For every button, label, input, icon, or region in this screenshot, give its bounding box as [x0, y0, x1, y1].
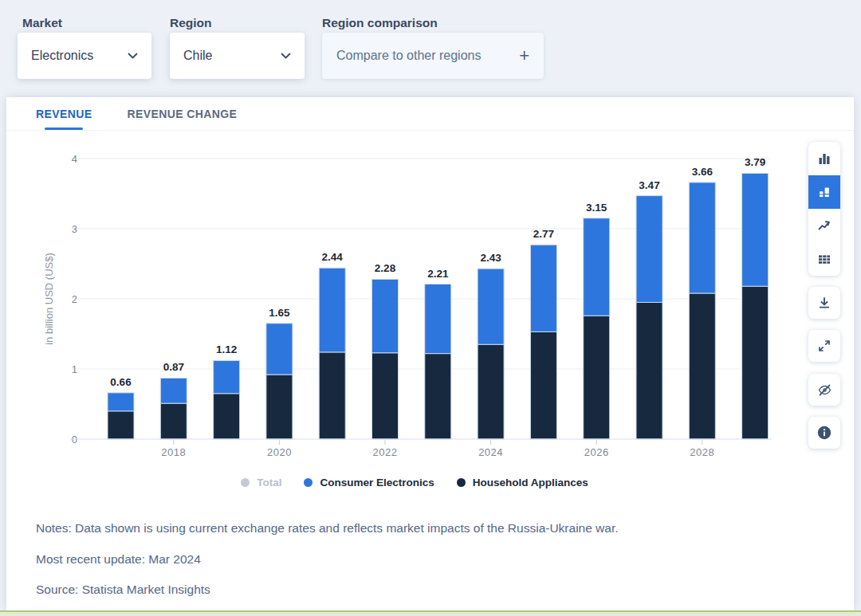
region-dropdown[interactable]: Chile: [170, 33, 305, 79]
legend-dot-total: [241, 478, 250, 487]
bar-total-label: 2.21: [427, 268, 449, 280]
tab-bar: REVENUE REVENUE CHANGE: [6, 97, 854, 131]
x-tick-label: 2024: [478, 446, 503, 458]
update-text: Most recent update: Mar 2024: [36, 552, 201, 567]
chevron-down-icon: [128, 49, 138, 63]
bar-total-label: 2.43: [480, 252, 501, 264]
plus-icon: +: [519, 47, 529, 65]
stacked-bar-chart-icon[interactable]: [808, 175, 840, 209]
bar-segment-consumer-electronics[interactable]: [742, 173, 769, 286]
region-dropdown-value: Chile: [183, 49, 212, 63]
bar-segment-household-appliances[interactable]: [584, 316, 610, 439]
bar-total-label: 1.65: [269, 307, 290, 319]
bar-segment-consumer-electronics[interactable]: [530, 245, 556, 332]
tab-revenue[interactable]: REVENUE: [36, 97, 92, 130]
market-filter-label: Market: [22, 16, 62, 30]
bar-total-label: 3.66: [692, 166, 714, 178]
page-bottom-edge: [0, 610, 861, 616]
fullscreen-button[interactable]: [808, 330, 840, 362]
bar-segment-consumer-electronics[interactable]: [214, 360, 240, 393]
market-insights-page: Market Region Region comparison Electron…: [0, 0, 861, 616]
bar-total-label: 3.15: [586, 202, 607, 214]
bar-segment-consumer-electronics[interactable]: [425, 284, 451, 354]
y-tick-label: 1: [72, 363, 77, 375]
bar-segment-household-appliances[interactable]: [372, 353, 399, 439]
source-text: Source: Statista Market Insights: [36, 583, 210, 597]
legend-item-total[interactable]: Total: [241, 477, 281, 488]
download-icon: [817, 296, 832, 310]
y-tick-label: 4: [72, 153, 77, 165]
bar-segment-household-appliances[interactable]: [742, 286, 769, 439]
bar-segment-household-appliances[interactable]: [425, 354, 451, 439]
bar-segment-consumer-electronics[interactable]: [584, 218, 610, 316]
bar-segment-consumer-electronics[interactable]: [160, 378, 187, 403]
bar-segment-household-appliances[interactable]: [636, 302, 662, 439]
download-button[interactable]: [808, 287, 840, 319]
chevron-down-icon: [281, 49, 291, 63]
x-tick-label: 2026: [584, 446, 609, 458]
bar-segment-household-appliances[interactable]: [160, 403, 187, 439]
bar-total-label: 2.44: [322, 251, 344, 263]
hide-labels-button[interactable]: [808, 374, 840, 406]
y-tick-label: 3: [72, 223, 77, 235]
x-tick-label: 2028: [690, 446, 714, 458]
table-icon[interactable]: [808, 242, 840, 276]
y-axis-title: in billion USD (US$): [43, 253, 55, 345]
bar-segment-household-appliances[interactable]: [266, 375, 293, 439]
tab-revenue-change[interactable]: REVENUE CHANGE: [127, 97, 237, 130]
y-tick-label: 2: [72, 293, 77, 305]
bar-segment-household-appliances[interactable]: [319, 352, 345, 439]
bar-chart-icon[interactable]: [808, 142, 840, 175]
legend-dot-household-appliances: [457, 478, 466, 487]
line-chart-icon[interactable]: [808, 209, 840, 242]
bar-segment-consumer-electronics[interactable]: [689, 182, 715, 293]
legend-item-consumer-electronics[interactable]: Consumer Electronics: [304, 477, 434, 488]
legend-dot-consumer-electronics: [304, 478, 313, 487]
fullscreen-icon: [817, 339, 832, 353]
x-tick-label: 2022: [373, 446, 398, 458]
bar-segment-household-appliances[interactable]: [214, 394, 240, 439]
legend-label: Total: [257, 477, 281, 488]
compare-regions-button-label: Compare to other regions: [336, 49, 481, 63]
compare-regions-button[interactable]: Compare to other regions +: [322, 33, 544, 79]
bar-total-label: 2.77: [533, 228, 554, 240]
market-dropdown[interactable]: Electronics: [18, 33, 151, 79]
bar-segment-household-appliances[interactable]: [689, 293, 715, 439]
x-tick-label: 2020: [267, 446, 292, 458]
bar-total-label: 3.47: [639, 179, 659, 191]
bar-segment-consumer-electronics[interactable]: [108, 393, 134, 411]
notes-text: Notes: Data shown is using current excha…: [36, 521, 619, 536]
stacked-bar-chart: 01234in billion USD (US$)0.660.871.121.6…: [0, 135, 805, 464]
bar-segment-consumer-electronics[interactable]: [636, 196, 662, 303]
bar-total-label: 1.12: [216, 343, 237, 355]
eye-off-icon: [817, 383, 832, 398]
bar-segment-household-appliances[interactable]: [478, 344, 504, 439]
market-dropdown-value: Electronics: [31, 49, 93, 63]
bar-segment-consumer-electronics[interactable]: [319, 268, 345, 352]
chart-legend: Total Consumer Electronics Household App…: [12, 474, 817, 490]
info-icon: [816, 425, 832, 441]
bar-segment-consumer-electronics[interactable]: [266, 324, 293, 375]
bar-total-label: 3.79: [745, 156, 765, 168]
chart-type-switcher: [808, 142, 840, 276]
legend-label: Household Appliances: [473, 477, 588, 488]
bar-segment-household-appliances[interactable]: [108, 411, 134, 439]
x-tick-label: 2018: [161, 446, 186, 458]
info-button[interactable]: [808, 417, 840, 449]
bar-total-label: 0.87: [163, 361, 184, 373]
bar-total-label: 2.28: [375, 262, 396, 274]
region-filter-label: Region: [170, 16, 212, 30]
bar-segment-consumer-electronics[interactable]: [372, 279, 399, 352]
bar-segment-consumer-electronics[interactable]: [478, 269, 504, 344]
legend-label: Consumer Electronics: [320, 477, 434, 488]
bar-total-label: 0.66: [110, 376, 132, 388]
legend-item-household-appliances[interactable]: Household Appliances: [457, 477, 588, 488]
region-comparison-label: Region comparison: [322, 16, 438, 30]
bar-segment-household-appliances[interactable]: [530, 332, 556, 439]
